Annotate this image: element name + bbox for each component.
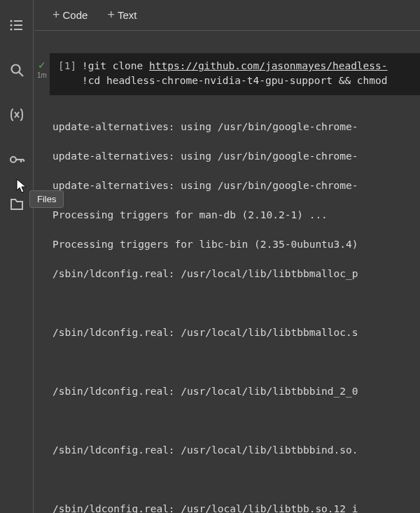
left-rail: [0, 0, 34, 513]
variables-icon[interactable]: [3, 101, 31, 129]
svg-line-7: [19, 72, 23, 76]
git-url: https://github.com/jasonmayes/headless-: [149, 60, 387, 71]
code-lines: !git clone https://github.com/jasonmayes…: [82, 59, 388, 88]
svg-rect-1: [14, 20, 22, 22]
cell-toolbar: + Code + Text: [34, 0, 420, 31]
add-text-label: Text: [118, 9, 137, 21]
search-icon[interactable]: [3, 56, 31, 84]
main-area: + Code + Text ✓ 1m [1]!git clone https:/…: [34, 0, 420, 513]
cell-gutter[interactable]: ✓ 1m: [34, 31, 50, 513]
add-text-button[interactable]: + Text: [99, 3, 145, 27]
add-code-button[interactable]: + Code: [44, 3, 96, 27]
cell-output: update-alternatives: using /usr/bin/goog…: [50, 105, 420, 513]
svg-rect-14: [21, 179, 26, 183]
elapsed-time: 1m: [37, 71, 47, 79]
svg-point-0: [10, 20, 12, 22]
cell-body: [1]!git clone https://github.com/jasonma…: [50, 31, 420, 513]
plus-icon: +: [107, 8, 115, 22]
plus-icon: +: [52, 8, 60, 22]
svg-rect-5: [14, 29, 22, 30]
add-code-label: Code: [63, 9, 88, 21]
files-icon[interactable]: [3, 190, 31, 218]
svg-rect-3: [14, 24, 22, 26]
code-input[interactable]: [1]!git clone https://github.com/jasonma…: [50, 53, 420, 95]
svg-point-10: [10, 157, 16, 162]
svg-point-2: [10, 24, 12, 26]
cell-prompt: [1]: [58, 59, 82, 73]
secrets-icon[interactable]: [3, 146, 31, 174]
svg-point-4: [10, 28, 12, 30]
status-check-icon: ✓: [38, 60, 46, 70]
mouse-cursor-icon: [15, 178, 29, 195]
notebook-cell: ✓ 1m [1]!git clone https://github.com/ja…: [34, 31, 420, 513]
toc-icon[interactable]: [3, 11, 31, 39]
files-tooltip: Files: [29, 190, 64, 208]
svg-point-6: [11, 65, 20, 73]
